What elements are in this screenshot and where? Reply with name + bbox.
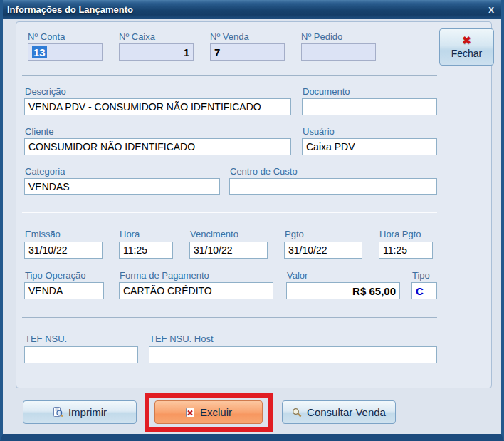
input-vencimento[interactable]: 31/10/22 (189, 242, 268, 259)
input-cliente[interactable]: CONSUMIDOR NÃO IDENTIFICADO (24, 138, 291, 155)
input-centro-de-custo[interactable] (229, 178, 437, 195)
input-pgto[interactable]: 31/10/22 (284, 242, 362, 259)
label-vencimento: Vencimento (190, 229, 238, 239)
input-documento[interactable] (302, 98, 437, 115)
delete-document-icon (185, 408, 195, 417)
excluir-button-label: Excluir (200, 406, 232, 418)
imprimir-button-label: Imprimir (68, 406, 107, 418)
input-tef-nsu[interactable] (24, 346, 138, 363)
label-usuario: Usuário (303, 126, 335, 137)
title-bar: Informações do Lançamento x (0, 0, 504, 19)
fechar-button[interactable]: ✖ Fechar (439, 28, 494, 66)
label-no-pedido: Nº Pedido (301, 31, 342, 42)
magnifier-icon (292, 408, 302, 417)
consultar-venda-button[interactable]: Consultar Venda (282, 400, 396, 424)
input-no-caixa[interactable]: 1 (119, 43, 194, 61)
label-hora: Hora (120, 229, 140, 239)
consultar-venda-button-label: Consultar Venda (307, 406, 386, 418)
label-no-conta: Nº Conta (28, 31, 65, 42)
input-no-pedido[interactable] (301, 43, 376, 61)
content-panel (16, 21, 492, 388)
input-descricao[interactable]: VENDA PDV - CONSUMIDOR NÃO IDENTIFICADO (24, 98, 291, 115)
input-tipo[interactable]: C (411, 282, 437, 299)
separator (22, 317, 437, 318)
label-centro-de-custo: Centro de Custo (230, 166, 298, 177)
red-x-icon: ✖ (462, 35, 471, 46)
dialog-informacoes-lancamento: Informações do Lançamento x Nº Conta 13 … (0, 0, 504, 441)
label-pgto: Pgto (285, 229, 304, 239)
label-valor: Valor (287, 270, 308, 281)
separator (22, 212, 437, 213)
input-no-conta[interactable]: 13 (28, 43, 103, 61)
label-no-caixa: Nº Caixa (119, 31, 155, 42)
excluir-button[interactable]: Excluir (154, 400, 263, 424)
input-tef-nsu-host[interactable] (149, 346, 437, 363)
label-forma-de-pagamento: Forma de Pagamento (120, 270, 209, 281)
label-documento: Documento (303, 86, 350, 97)
label-descricao: Descrição (25, 86, 66, 97)
label-cliente: Cliente (25, 126, 53, 137)
label-tipo-operacao: Tipo Operação (25, 270, 86, 281)
label-tef-nsu: TEF NSU. (25, 333, 67, 344)
input-valor[interactable]: R$ 65,00 (286, 282, 400, 299)
fechar-button-label: Fechar (451, 48, 483, 59)
window-title: Informações do Lançamento (7, 4, 133, 15)
input-emissao[interactable]: 31/10/22 (24, 242, 103, 259)
label-tef-nsu-host: TEF NSU. Host (149, 333, 214, 344)
input-usuario[interactable]: Caixa PDV (302, 138, 437, 155)
imprimir-button[interactable]: Imprimir (23, 400, 137, 424)
selected-text: 13 (32, 46, 47, 58)
label-tipo: Tipo (412, 270, 430, 281)
close-icon[interactable]: x (485, 4, 497, 14)
label-no-venda: Nº Venda (210, 31, 249, 42)
print-preview-icon (53, 407, 63, 417)
input-categoria[interactable]: VENDAS (24, 178, 220, 195)
label-emissao: Emissão (25, 229, 61, 239)
label-hora-pgto: Hora Pgto (379, 229, 421, 239)
separator (22, 75, 437, 76)
input-no-venda[interactable]: 7 (210, 43, 285, 61)
label-categoria: Categoria (25, 166, 65, 177)
input-tipo-operacao[interactable]: VENDA (24, 282, 104, 299)
input-hora-pgto[interactable]: 11:25 (379, 242, 433, 259)
input-hora[interactable]: 11:25 (119, 242, 173, 259)
input-forma-de-pagamento[interactable]: CARTÃO CRÉDITO (119, 282, 273, 299)
